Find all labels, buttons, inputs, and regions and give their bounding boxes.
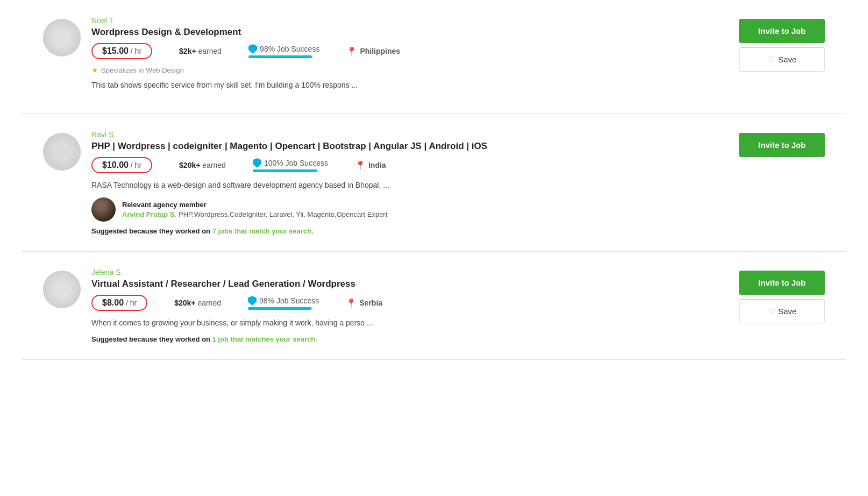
progress-bar <box>248 307 312 310</box>
agency-avatar <box>91 197 116 222</box>
invite-to-job-button[interactable]: Invite to Job <box>739 271 825 295</box>
job-title[interactable]: Wordpress Design & Development <box>91 27 728 38</box>
location: 📍 India <box>355 160 386 171</box>
job-title[interactable]: Virtual Assistant / Researcher / Lead Ge… <box>91 279 728 289</box>
location: 📍 Serbia <box>346 298 382 308</box>
agency-skills-row: Arvind Pratap S. PHP,Wordpress,CodeIgnit… <box>122 210 387 218</box>
name-row: Ravi S. <box>91 130 728 139</box>
freelancer-card: Noel T.Wordpress Design & Development$15… <box>22 0 846 114</box>
shield-icon <box>248 296 257 306</box>
job-success: 98% Job Success <box>248 296 319 310</box>
shield-icon <box>248 44 257 54</box>
suggested-link[interactable]: 7 jobs that match your search. <box>212 227 314 235</box>
job-title[interactable]: PHP | Wordpress | codeigniter | Magento … <box>91 141 728 152</box>
agency-info: Relevant agency memberArvind Pratap S. P… <box>122 201 387 218</box>
job-success: 98% Job Success <box>248 44 319 58</box>
freelancer-list: Noel T.Wordpress Design & Development$15… <box>0 0 868 360</box>
description: RASA Technology is a web-design and soft… <box>91 180 728 191</box>
agency-skills: PHP,Wordpress,CodeIgniter, Laravel, Yii,… <box>179 210 387 218</box>
job-success-label: 98% Job Success <box>248 296 319 306</box>
earned: $20k+ earned <box>179 161 226 169</box>
pin-icon: 📍 <box>355 160 366 171</box>
earned: $20k+ earned <box>174 299 221 307</box>
freelancer-card: Ravi S.PHP | Wordpress | codeigniter | M… <box>22 114 846 252</box>
invite-to-job-button[interactable]: Invite to Job <box>739 133 825 157</box>
earned: $2k+ earned <box>179 47 222 55</box>
save-button[interactable]: ♡ Save <box>739 47 825 72</box>
name-row: Noel T. <box>91 16 728 25</box>
star-icon: ★ <box>91 66 98 74</box>
card-actions: Invite to Job <box>739 130 825 157</box>
heart-icon: ♡ <box>767 54 775 65</box>
card-content: Jelena S.Virtual Assistant / Researcher … <box>91 268 728 343</box>
freelancer-card: Jelena S.Virtual Assistant / Researcher … <box>22 252 846 360</box>
specializes: ★ Specializes in Web Design <box>91 66 728 74</box>
freelancer-name[interactable]: Jelena S. <box>91 268 123 277</box>
description: This tab shows specific service from my … <box>91 80 728 91</box>
avatar <box>43 271 81 308</box>
card-actions: Invite to Job♡ Save <box>739 268 825 323</box>
job-success-label: 98% Job Success <box>248 44 319 54</box>
card-content: Noel T.Wordpress Design & Development$15… <box>91 16 728 97</box>
freelancer-name[interactable]: Ravi S. <box>91 130 116 139</box>
progress-bar-fill <box>248 307 311 310</box>
progress-bar-fill <box>253 169 317 172</box>
heart-icon: ♡ <box>767 306 775 316</box>
rate: $10.00 / hr <box>91 157 152 173</box>
meta-row: $8.00 / hr$20k+ earned 98% Job Success📍 … <box>91 295 728 311</box>
job-success: 100% Job Success <box>253 158 328 172</box>
progress-bar <box>253 169 317 172</box>
freelancer-name[interactable]: Noel T. <box>91 16 115 25</box>
name-row: Jelena S. <box>91 268 728 277</box>
suggested-link[interactable]: 1 job that matches your search. <box>212 335 317 343</box>
suggested: Suggested because they worked on 7 jobs … <box>91 227 728 235</box>
avatar <box>43 133 81 171</box>
invite-to-job-button[interactable]: Invite to Job <box>739 19 825 43</box>
location: 📍 Philippines <box>346 46 400 56</box>
agency-member: Relevant agency memberArvind Pratap S. P… <box>91 197 728 222</box>
meta-row: $15.00 / hr$2k+ earned 98% Job Success📍 … <box>91 43 728 59</box>
suggested: Suggested because they worked on 1 job t… <box>91 335 728 343</box>
card-content: Ravi S.PHP | Wordpress | codeigniter | M… <box>91 130 728 235</box>
meta-row: $10.00 / hr$20k+ earned 100% Job Success… <box>91 157 728 173</box>
rate: $15.00 / hr <box>91 43 152 59</box>
progress-bar-fill <box>248 55 312 58</box>
rate: $8.00 / hr <box>91 295 147 311</box>
progress-bar <box>248 55 313 58</box>
agency-label: Relevant agency member <box>122 201 387 209</box>
description: When it comes to growing your business, … <box>91 317 728 329</box>
job-success-label: 100% Job Success <box>253 158 328 168</box>
pin-icon: 📍 <box>346 298 357 308</box>
avatar <box>43 19 81 56</box>
save-button[interactable]: ♡ Save <box>739 299 825 323</box>
shield-icon <box>253 158 261 168</box>
pin-icon: 📍 <box>346 46 357 56</box>
agency-member-name[interactable]: Arvind Pratap S. <box>122 210 176 218</box>
card-actions: Invite to Job♡ Save <box>739 16 825 72</box>
